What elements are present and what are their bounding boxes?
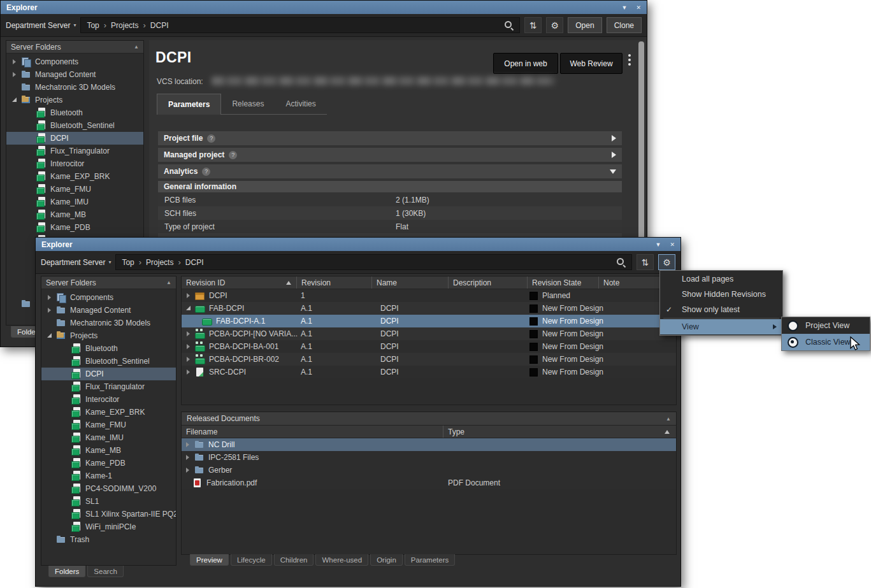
table-row[interactable]: PCBA-DCPI-BR-002 A.1 DCPI New From Desig…	[182, 353, 676, 366]
table-row[interactable]: DCPI 1 Planned	[182, 289, 676, 302]
tab-search[interactable]: Search	[87, 566, 123, 577]
tree-item[interactable]: Components	[6, 55, 143, 68]
expander-icon[interactable]	[185, 305, 193, 312]
panel-collapse-icon[interactable]: ▲	[134, 44, 139, 50]
expander-icon[interactable]	[185, 292, 193, 299]
table-row[interactable]: Gerber	[182, 464, 676, 477]
open-in-web-button[interactable]: Open in web	[493, 53, 558, 74]
tab-activities[interactable]: Activities	[275, 94, 326, 115]
settings-gear-button-active[interactable]: ⚙	[658, 254, 675, 270]
titlebar[interactable]: Explorer ▼ ✕	[36, 238, 680, 251]
window-collapse-icon[interactable]: ▼	[622, 4, 628, 11]
tab-lifecycle[interactable]: Lifecycle	[231, 554, 272, 566]
column-description[interactable]: Description	[448, 276, 532, 289]
tree-item[interactable]: Projects	[41, 329, 176, 342]
section-managed-project[interactable]: Managed project ?	[158, 148, 622, 162]
tree-item[interactable]: Mechatronic 3D Models	[6, 81, 143, 94]
search-icon[interactable]	[504, 20, 514, 30]
web-review-button[interactable]: Web Review	[560, 53, 623, 74]
tree-item-selected[interactable]: DCPI	[41, 368, 176, 380]
expander-icon[interactable]	[46, 294, 54, 301]
tab-parameters[interactable]: Parameters	[157, 94, 221, 115]
expander-icon[interactable]	[185, 343, 193, 350]
tree-item[interactable]: Kame_IMU	[41, 431, 176, 444]
breadcrumb-item[interactable]: DCPI	[150, 21, 169, 30]
expander-icon[interactable]	[11, 71, 19, 78]
tree-item[interactable]: Bluetooth_Sentinel	[41, 355, 176, 368]
section-analytics[interactable]: Analytics ?	[158, 164, 622, 178]
column-revision[interactable]: Revision	[296, 276, 377, 289]
tree-item[interactable]: PC4-SODIMM_V200	[41, 482, 176, 495]
breadcrumb-item[interactable]: Projects	[146, 258, 173, 267]
menu-item-view[interactable]: View	[660, 319, 782, 334]
table-row[interactable]: IPC-2581 Files	[182, 451, 676, 464]
tree-item[interactable]: Flux_Triangulator	[41, 380, 176, 393]
window-close-icon[interactable]: ✕	[670, 241, 675, 248]
tab-folders[interactable]: Folders	[48, 566, 85, 577]
tree-item[interactable]: SL1 Xilinx Spartan-IIE PQ208	[41, 508, 176, 520]
table-row[interactable]: SRC-DCPI A.1 DCPI New From Design	[182, 366, 676, 378]
tree-item[interactable]: Bluetooth_Sentinel	[6, 119, 143, 132]
breadcrumb-item[interactable]: Top	[87, 21, 99, 30]
compare-swap-button[interactable]: ⇅	[637, 254, 654, 270]
tab-children[interactable]: Children	[274, 554, 314, 566]
expander-icon[interactable]	[185, 330, 193, 338]
tree-item[interactable]: Kame_IMU	[6, 196, 143, 208]
column-revision-state[interactable]: Revision State	[527, 276, 603, 289]
tree-item[interactable]: Managed Content	[41, 304, 176, 317]
tree-item[interactable]: Kame_FMU	[41, 419, 176, 431]
titlebar[interactable]: Explorer ▼ ✕	[1, 1, 647, 14]
menu-item-load-all-pages[interactable]: Load all pages	[660, 271, 782, 287]
expander-icon[interactable]	[11, 96, 19, 104]
tree-item[interactable]: WiFi_miniPCIe	[41, 520, 176, 533]
tree-item[interactable]: Kame_FMU	[6, 183, 143, 196]
table-row[interactable]: Fabrication.pdf PDF Document	[182, 477, 676, 489]
tree-item[interactable]: Kame_PDB	[6, 221, 143, 234]
tab-releases[interactable]: Releases	[221, 94, 275, 115]
settings-gear-button[interactable]: ⚙	[546, 17, 563, 33]
tree-item[interactable]: SL1	[41, 495, 176, 508]
window-collapse-icon[interactable]: ▼	[656, 241, 661, 248]
section-project-file[interactable]: Project file ?	[158, 131, 622, 145]
menu-item-show-hidden-revisions[interactable]: Show Hidden Revisions	[660, 287, 782, 302]
breadcrumb[interactable]: Top › Projects › DCPI	[80, 17, 520, 33]
server-selector[interactable]: Department Server ▾	[6, 21, 76, 30]
menu-item-project-view[interactable]: Project View	[782, 317, 870, 334]
expander-icon[interactable]	[185, 355, 193, 363]
column-type[interactable]: Type	[443, 426, 677, 438]
tab-parameters[interactable]: Parameters	[405, 554, 455, 566]
table-row-selected[interactable]: NC Drill	[182, 438, 676, 451]
panel-collapse-icon[interactable]: ▲	[666, 416, 671, 422]
column-filename[interactable]: Filename	[182, 426, 447, 438]
tree-item-selected[interactable]: DCPI	[6, 132, 143, 145]
table-row[interactable]: FAB-DCPI A.1 DCPI New From Design	[182, 302, 676, 315]
tree-item[interactable]: Kame_PDB	[41, 457, 176, 470]
section-expand-icon[interactable]	[612, 135, 616, 141]
window-close-icon[interactable]: ✕	[636, 4, 641, 11]
tab-preview[interactable]: Preview	[190, 554, 229, 566]
breadcrumb-item[interactable]: Projects	[111, 21, 138, 30]
tree-item[interactable]: Kame-1	[41, 470, 176, 482]
kebab-menu-icon[interactable]	[628, 54, 631, 57]
table-row-selected[interactable]: FAB-DCPI-A.1 A.1 DCPI New From Design	[182, 315, 676, 327]
panel-collapse-icon[interactable]: ▲	[166, 280, 171, 285]
tab-origin[interactable]: Origin	[370, 554, 403, 566]
menu-item-show-only-latest[interactable]: ✓Show only latest	[660, 302, 782, 317]
tab-where-used[interactable]: Where-used	[315, 554, 368, 566]
search-icon[interactable]	[616, 257, 626, 267]
released-documents-header[interactable]: Released Documents ▲	[182, 412, 676, 426]
tree-item[interactable]: Kame_MB	[41, 444, 176, 457]
tree-item[interactable]: Components	[41, 291, 176, 304]
tree-item[interactable]: Kame_MB	[6, 208, 143, 221]
help-icon[interactable]: ?	[202, 168, 210, 176]
tree-item[interactable]: Interocitor	[6, 157, 143, 170]
expander-icon[interactable]	[46, 306, 54, 314]
expander-icon[interactable]	[46, 332, 54, 340]
compare-swap-button[interactable]: ⇅	[524, 17, 542, 33]
tree-item[interactable]: Bluetooth	[41, 342, 176, 355]
expander-icon[interactable]	[184, 441, 192, 448]
expander-icon[interactable]	[11, 58, 19, 66]
column-name[interactable]: Name	[371, 276, 453, 289]
table-row[interactable]: PCBA-DCPI-[NO VARIA... A.1 DCPI New From…	[182, 327, 676, 340]
tree-item[interactable]: Flux_Triangulator	[6, 145, 143, 157]
